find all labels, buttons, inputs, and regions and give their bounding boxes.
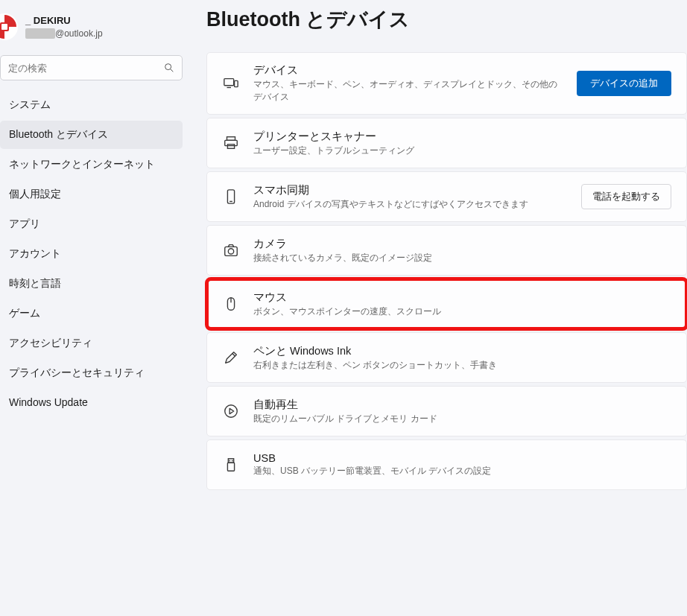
mouse-icon (222, 295, 240, 313)
card-subtitle: 既定のリムーバブル ドライブとメモリ カード (253, 413, 671, 425)
card-body: スマホ同期Android デバイスの写真やテキストなどにすばやくアクセスできます (253, 183, 568, 211)
card-body: USB通知、USB バッテリー節電装置、モバイル デバイスの設定 (253, 452, 671, 477)
main: Bluetooth とデバイス デバイスマウス、キーボード、ペン、オーディオ、デ… (190, 0, 687, 616)
card-body: カメラ接続されているカメラ、既定のイメージ設定 (253, 237, 671, 264)
card-title: スマホ同期 (253, 183, 568, 197)
autoplay-icon (222, 402, 240, 420)
add-device-button[interactable]: デバイスの追加 (577, 71, 671, 96)
settings-card[interactable]: USB通知、USB バッテリー節電装置、モバイル デバイスの設定 (206, 439, 687, 490)
card-body: デバイスマウス、キーボード、ペン、オーディオ、ディスプレイとドック、その他のデバ… (253, 63, 563, 104)
card-subtitle: 通知、USB バッテリー節電装置、モバイル デバイスの設定 (253, 465, 671, 477)
card-body: マウスボタン、マウスポインターの速度、スクロール (253, 290, 671, 318)
nav-item[interactable]: Bluetooth とデバイス (0, 121, 183, 149)
settings-card[interactable]: スマホ同期Android デバイスの写真やテキストなどにすばやくアクセスできます… (206, 171, 687, 222)
card-action: 電話を起動する (581, 184, 671, 209)
search-box (0, 55, 183, 80)
settings-card[interactable]: カメラ接続されているカメラ、既定のイメージ設定 (206, 225, 687, 276)
card-title: プリンターとスキャナー (253, 130, 671, 144)
card-subtitle: ユーザー設定、トラブルシューティング (253, 145, 671, 157)
user-profile[interactable]: _ DEKIRU xxxxxx@outlook.jp (0, 7, 190, 52)
card-body: ペンと Windows Ink右利きまたは左利き、ペン ボタンのショートカット、… (253, 344, 671, 372)
nav-item[interactable]: ゲーム (0, 299, 183, 328)
search-input[interactable] (0, 55, 183, 80)
nav-item[interactable]: 時刻と言語 (0, 270, 183, 298)
launch-phone-button[interactable]: 電話を起動する (581, 184, 671, 209)
camera-icon (222, 241, 240, 259)
card-body: プリンターとスキャナーユーザー設定、トラブルシューティング (253, 130, 671, 157)
card-title: 自動再生 (253, 398, 671, 412)
sidebar: _ DEKIRU xxxxxx@outlook.jp システムBluetooth… (0, 0, 190, 616)
nav: システムBluetooth とデバイスネットワークとインターネット個人用設定アプ… (0, 91, 190, 416)
svg-rect-22 (1, 24, 7, 30)
nav-item[interactable]: アカウント (0, 240, 183, 268)
phone-icon (222, 188, 240, 206)
pen-icon (222, 349, 240, 366)
card-action: デバイスの追加 (577, 71, 671, 96)
settings-card[interactable]: デバイスマウス、キーボード、ペン、オーディオ、ディスプレイとドック、その他のデバ… (206, 52, 687, 115)
page-title: Bluetooth とデバイス (206, 6, 687, 33)
printer-icon (222, 134, 240, 152)
user-info: _ DEKIRU xxxxxx@outlook.jp (25, 14, 103, 40)
nav-item[interactable]: ネットワークとインターネット (0, 150, 183, 179)
card-subtitle: 接続されているカメラ、既定のイメージ設定 (253, 252, 671, 264)
card-title: カメラ (253, 237, 671, 251)
nav-item[interactable]: Windows Update (0, 389, 183, 416)
card-subtitle: Android デバイスの写真やテキストなどにすばやくアクセスできます (253, 198, 568, 211)
card-title: デバイス (253, 63, 563, 77)
cards-list: デバイスマウス、キーボード、ペン、オーディオ、ディスプレイとドック、その他のデバ… (206, 52, 687, 490)
nav-item[interactable]: 個人用設定 (0, 180, 183, 209)
nav-item[interactable]: アプリ (0, 210, 183, 238)
settings-card[interactable]: ペンと Windows Ink右利きまたは左利き、ペン ボタンのショートカット、… (206, 332, 687, 383)
usb-icon (222, 456, 240, 474)
avatar (0, 13, 18, 40)
card-subtitle: ボタン、マウスポインターの速度、スクロール (253, 305, 671, 318)
card-title: USB (253, 452, 671, 464)
card-body: 自動再生既定のリムーバブル ドライブとメモリ カード (253, 398, 671, 425)
nav-item[interactable]: アクセシビリティ (0, 329, 183, 358)
user-email: xxxxxx@outlook.jp (25, 28, 103, 40)
user-name: _ DEKIRU (25, 14, 103, 28)
card-subtitle: マウス、キーボード、ペン、オーディオ、ディスプレイとドック、その他のデバイス (253, 78, 563, 104)
nav-item[interactable]: プライバシーとセキュリティ (0, 359, 183, 387)
nav-item[interactable]: システム (0, 91, 183, 119)
settings-card[interactable]: マウスボタン、マウスポインターの速度、スクロール (206, 279, 687, 329)
settings-card[interactable]: プリンターとスキャナーユーザー設定、トラブルシューティング (206, 118, 687, 168)
settings-card[interactable]: 自動再生既定のリムーバブル ドライブとメモリ カード (206, 386, 687, 436)
card-title: マウス (253, 290, 671, 305)
search-icon[interactable] (163, 62, 175, 74)
devices-icon (222, 74, 240, 92)
card-title: ペンと Windows Ink (253, 344, 671, 358)
card-subtitle: 右利きまたは左利き、ペン ボタンのショートカット、手書き (253, 359, 671, 372)
